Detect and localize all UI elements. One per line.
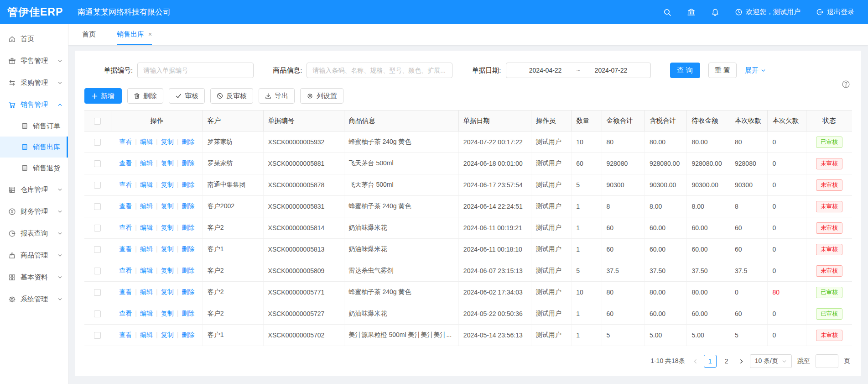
page-number-2[interactable]: 2 [720, 355, 733, 368]
column-header-received[interactable]: 本次收款 [730, 110, 767, 132]
column-settings-button[interactable]: 列设置 [300, 88, 343, 104]
prev-page-button[interactable] [692, 358, 698, 364]
reset-button[interactable]: 重 置 [708, 63, 737, 78]
edit-link[interactable]: 编辑 [140, 181, 153, 188]
logout-button[interactable]: 退出登录 [816, 8, 854, 16]
column-header-customer[interactable]: 客户 [203, 110, 263, 132]
copy-link[interactable]: 复制 [161, 245, 174, 252]
doc-no-input[interactable] [137, 63, 254, 78]
edit-link[interactable]: 编辑 [140, 310, 153, 317]
column-header-status[interactable]: 状态 [806, 110, 852, 132]
sidebar-item-sales-mgmt[interactable]: 销售管理 [0, 94, 68, 116]
copy-link[interactable]: 复制 [161, 288, 174, 295]
tab-close-icon[interactable]: × [148, 31, 152, 38]
product-info-input[interactable] [307, 63, 452, 78]
sidebar-item-basic-data[interactable]: 基本资料 [0, 266, 68, 288]
view-link[interactable]: 查看 [119, 224, 132, 231]
view-link[interactable]: 查看 [119, 138, 132, 145]
edit-link[interactable]: 编辑 [140, 245, 153, 252]
row-checkbox[interactable] [94, 268, 101, 274]
delete-link[interactable]: 删除 [182, 181, 194, 188]
row-checkbox[interactable] [94, 332, 101, 339]
bank-home-icon[interactable] [687, 8, 696, 16]
view-link[interactable]: 查看 [119, 331, 132, 338]
sidebar-item-sales-return[interactable]: 销售退货 [0, 158, 68, 179]
row-checkbox[interactable] [94, 139, 101, 146]
sidebar-item-sales-order[interactable]: 销售订单 [0, 116, 68, 137]
column-header-qty[interactable]: 数量 [572, 110, 602, 132]
view-link[interactable]: 查看 [119, 310, 132, 317]
tab-sales-outbound[interactable]: 销售出库 × [117, 24, 152, 45]
edit-link[interactable]: 编辑 [140, 267, 153, 274]
column-header-operator[interactable]: 操作员 [531, 110, 571, 132]
copy-link[interactable]: 复制 [161, 202, 174, 210]
column-header-amount[interactable]: 金额合计 [602, 110, 645, 132]
export-button[interactable]: 导出 [259, 88, 295, 104]
copy-link[interactable]: 复制 [161, 138, 174, 145]
row-checkbox[interactable] [94, 182, 101, 189]
column-header-actions[interactable]: 操作 [111, 110, 203, 132]
edit-link[interactable]: 编辑 [140, 159, 153, 167]
row-checkbox[interactable] [94, 310, 101, 317]
column-header-doc_no[interactable]: 单据编号 [263, 110, 344, 132]
copy-link[interactable]: 复制 [161, 310, 174, 317]
edit-link[interactable]: 编辑 [140, 202, 153, 210]
column-header-owed[interactable]: 本次欠款 [768, 110, 806, 132]
page-size-select[interactable]: 10 条/页 [750, 354, 792, 368]
date-range-picker[interactable]: 2024-04-22 ~ 2024-07-22 [506, 63, 651, 78]
column-header-product[interactable]: 商品信息 [344, 110, 458, 132]
copy-link[interactable]: 复制 [161, 224, 174, 231]
column-header-date[interactable]: 单据日期 [458, 110, 531, 132]
welcome-user[interactable]: 欢迎您，测试用户 [735, 8, 800, 16]
search-icon[interactable] [663, 8, 671, 16]
row-checkbox[interactable] [94, 246, 101, 253]
delete-link[interactable]: 删除 [182, 138, 194, 145]
audit-button[interactable]: 审核 [169, 88, 205, 104]
jump-to-input[interactable] [816, 354, 838, 368]
sidebar-item-sales-outbound[interactable]: 销售出库 [0, 137, 68, 158]
delete-link[interactable]: 删除 [182, 245, 194, 252]
column-header-receivable[interactable]: 待收金额 [687, 110, 730, 132]
bell-icon[interactable] [711, 8, 719, 16]
view-link[interactable]: 查看 [119, 181, 132, 188]
edit-link[interactable]: 编辑 [140, 224, 153, 231]
add-button[interactable]: 新增 [84, 88, 122, 104]
copy-link[interactable]: 复制 [161, 267, 174, 274]
next-page-button[interactable] [738, 358, 744, 364]
view-link[interactable]: 查看 [119, 159, 132, 167]
row-checkbox[interactable] [94, 289, 101, 296]
delete-link[interactable]: 删除 [182, 159, 194, 167]
tab-home[interactable]: 首页 [82, 24, 96, 45]
sidebar-item-system-mgmt[interactable]: 系统管理 [0, 288, 68, 310]
delete-link[interactable]: 删除 [182, 267, 194, 274]
view-link[interactable]: 查看 [119, 245, 132, 252]
sidebar-item-finance-mgmt[interactable]: 财务管理 [0, 200, 68, 222]
delete-button[interactable]: 删除 [127, 88, 163, 104]
select-all-checkbox[interactable] [94, 118, 101, 125]
sidebar-item-purchase-mgmt[interactable]: 采购管理 [0, 72, 68, 94]
view-link[interactable]: 查看 [119, 202, 132, 210]
copy-link[interactable]: 复制 [161, 159, 174, 167]
expand-toggle[interactable]: 展开 [745, 66, 766, 75]
sidebar-item-home[interactable]: 首页 [0, 28, 68, 50]
unaudit-button[interactable]: 反审核 [210, 88, 253, 104]
search-button[interactable]: 查 询 [670, 63, 700, 78]
edit-link[interactable]: 编辑 [140, 288, 153, 295]
date-to-value[interactable]: 2024-07-22 [595, 67, 628, 74]
page-number-1[interactable]: 1 [704, 355, 717, 368]
view-link[interactable]: 查看 [119, 288, 132, 295]
help-icon[interactable] [842, 80, 850, 90]
edit-link[interactable]: 编辑 [140, 331, 153, 338]
delete-link[interactable]: 删除 [182, 331, 194, 338]
sidebar-item-warehouse-mgmt[interactable]: 仓库管理 [0, 179, 68, 200]
column-header-tax_total[interactable]: 含税合计 [645, 110, 687, 132]
row-checkbox[interactable] [94, 225, 101, 231]
sidebar-item-retail-mgmt[interactable]: 零售管理 [0, 50, 68, 72]
row-checkbox[interactable] [94, 203, 101, 210]
view-link[interactable]: 查看 [119, 267, 132, 274]
sidebar-item-report-query[interactable]: 报表查询 [0, 222, 68, 244]
copy-link[interactable]: 复制 [161, 181, 174, 188]
delete-link[interactable]: 删除 [182, 310, 194, 317]
sidebar-item-product-mgmt[interactable]: 商品管理 [0, 244, 68, 266]
delete-link[interactable]: 删除 [182, 202, 194, 210]
